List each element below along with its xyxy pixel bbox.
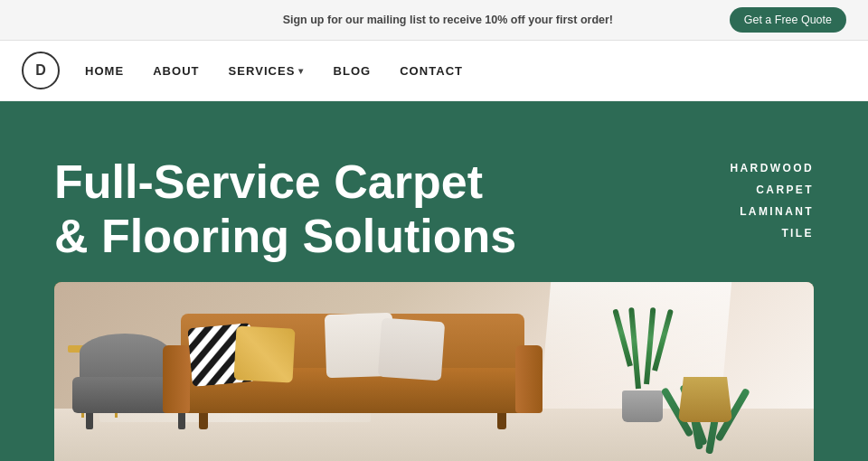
nav-link-home[interactable]: HOME (85, 64, 124, 78)
navbar: D HOME ABOUT SERVICES ▾ BLOG CONTACT (0, 41, 868, 101)
sidebar-item-tile[interactable]: TILE (781, 227, 814, 240)
snake-leaves (615, 307, 669, 389)
room-scene (54, 282, 814, 461)
tall-plant (669, 287, 741, 422)
armchair-leg-left (86, 413, 93, 429)
chevron-down-icon: ▾ (298, 66, 304, 76)
sofa-leg-right (497, 413, 506, 429)
sofa-leg-left (199, 413, 208, 429)
nav-item-services[interactable]: SERVICES ▾ (229, 64, 305, 78)
armchair-seat (72, 377, 176, 413)
snake-pot (622, 390, 663, 422)
snake-leaf-3 (644, 307, 656, 384)
hero-section: Full-Service Carpet & Flooring Solutions… (0, 101, 868, 282)
nav-item-home[interactable]: HOME (85, 62, 124, 79)
sidebar-item-carpet[interactable]: CARPET (756, 183, 814, 196)
free-quote-button[interactable]: Get a Free Quote (730, 7, 846, 33)
nav-item-about[interactable]: ABOUT (153, 62, 199, 79)
top-banner: Sign up for our mailing list to receive … (0, 0, 868, 41)
banner-text: Sign up for our mailing list to receive … (166, 14, 730, 26)
nav-item-blog[interactable]: BLOG (333, 62, 371, 79)
sidebar-item-hardwood[interactable]: HARDWOOD (730, 162, 814, 174)
nav-link-services[interactable]: SERVICES ▾ (229, 64, 305, 78)
hero-sidebar: HARDWOOD CARPET LAMINANT TILE (730, 162, 814, 258)
snake-leaf-2 (628, 307, 641, 389)
hero-content: Full-Service Carpet & Flooring Solutions (54, 155, 730, 264)
nav-links: HOME ABOUT SERVICES ▾ BLOG CONTACT (85, 62, 463, 79)
hero-image-section (0, 282, 868, 461)
logo[interactable]: D (22, 52, 60, 89)
sofa (181, 305, 524, 422)
pillow-cream-2 (378, 318, 445, 381)
nav-link-about[interactable]: ABOUT (153, 64, 199, 78)
plant-pot (678, 377, 732, 422)
nav-item-contact[interactable]: CONTACT (400, 62, 463, 79)
sofa-arm-left (163, 345, 190, 413)
sofa-arm-right (515, 345, 542, 413)
nav-link-contact[interactable]: CONTACT (400, 64, 463, 78)
snake-plant (615, 307, 669, 422)
hero-title: Full-Service Carpet & Flooring Solutions (54, 155, 642, 264)
sidebar-item-laminant[interactable]: LAMINANT (740, 205, 814, 218)
pillow-gold (233, 325, 295, 382)
hero-image (54, 282, 814, 461)
nav-link-blog[interactable]: BLOG (333, 64, 371, 78)
